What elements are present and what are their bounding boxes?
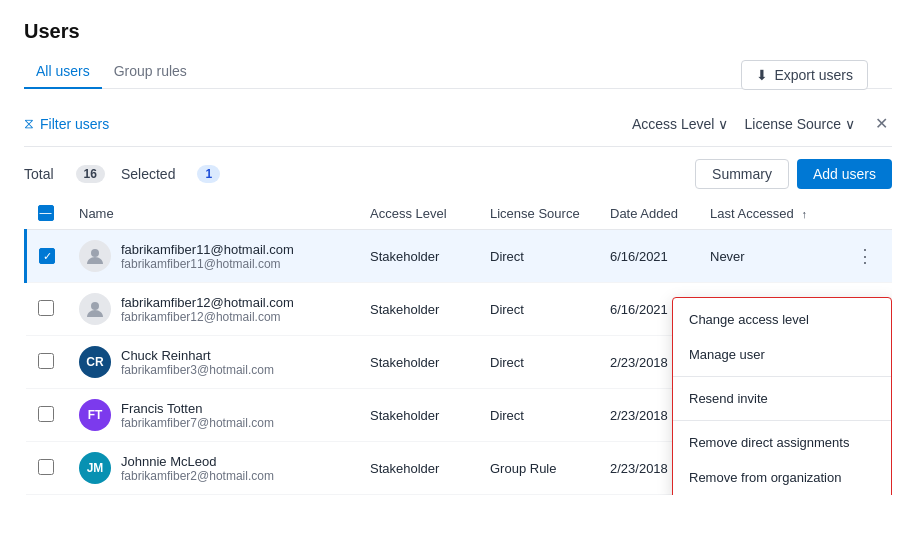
user-cell: fabrikamfiber11@hotmail.comfabrikamfiber… [79, 240, 346, 272]
user-cell: JMJohnnie McLeodfabrikamfiber2@hotmail.c… [79, 452, 346, 484]
context-menu-item-manage-user[interactable]: Manage user [673, 337, 891, 372]
summary-bar-actions: Summary Add users [695, 159, 892, 189]
more-actions-button[interactable]: ⋮ [850, 241, 880, 271]
context-menu-item-remove-direct[interactable]: Remove direct assignments [673, 425, 891, 460]
table-header-row: — Name Access Level License Source Date … [26, 197, 893, 230]
user-primary-name: Chuck Reinhart [121, 348, 274, 363]
user-secondary-name: fabrikamfiber3@hotmail.com [121, 363, 274, 377]
avatar: FT [79, 399, 111, 431]
date-added-column-header[interactable]: Date Added [598, 197, 698, 230]
svg-point-1 [91, 302, 99, 310]
action-column-header [838, 197, 892, 230]
svg-point-0 [91, 249, 99, 257]
filter-toolbar: ⧖ Filter users Access Level ∨ License So… [24, 101, 892, 147]
context-menu: Change access levelManage userResend inv… [672, 297, 892, 495]
last-accessed-column-header[interactable]: Last Accessed ↑ [698, 197, 838, 230]
row-checkbox[interactable] [38, 459, 54, 475]
avatar: CR [79, 346, 111, 378]
access-level-cell: Stakeholder [358, 442, 478, 495]
total-count-badge: 16 [76, 165, 105, 183]
total-label: Total [24, 166, 54, 182]
access-level-column-header[interactable]: Access Level [358, 197, 478, 230]
user-info: fabrikamfiber12@hotmail.comfabrikamfiber… [121, 295, 294, 324]
license-source-column-header[interactable]: License Source [478, 197, 598, 230]
tab-group-rules[interactable]: Group rules [102, 55, 199, 89]
user-secondary-name: fabrikamfiber11@hotmail.com [121, 257, 294, 271]
license-source-cell: Group Rule [478, 442, 598, 495]
avatar [79, 293, 111, 325]
sort-icon: ↑ [801, 208, 807, 220]
access-level-cell: Stakeholder [358, 336, 478, 389]
selected-count-badge: 1 [197, 165, 220, 183]
user-secondary-name: fabrikamfiber12@hotmail.com [121, 310, 294, 324]
row-checkbox[interactable]: ✓ [39, 248, 55, 264]
license-source-cell: Direct [478, 230, 598, 283]
page-title: Users [24, 20, 892, 43]
access-level-cell: Stakeholder [358, 230, 478, 283]
chevron-down-icon: ∨ [718, 116, 728, 132]
last-accessed-cell: Never [698, 230, 838, 283]
toolbar-right: Access Level ∨ License Source ∨ ✕ [632, 112, 892, 135]
filter-users-button[interactable]: ⧖ Filter users [24, 111, 109, 136]
name-column-header[interactable]: Name [67, 197, 358, 230]
user-primary-name: Francis Totten [121, 401, 274, 416]
row-checkbox[interactable] [38, 300, 54, 316]
clear-filters-button[interactable]: ✕ [871, 112, 892, 135]
date-added-cell: 6/16/2021 [598, 230, 698, 283]
context-menu-item-resend-invite[interactable]: Resend invite [673, 381, 891, 416]
row-checkbox[interactable] [38, 406, 54, 422]
summary-button[interactable]: Summary [695, 159, 789, 189]
avatar [79, 240, 111, 272]
select-all-header[interactable]: — [26, 197, 68, 230]
user-cell: CRChuck Reinhartfabrikamfiber3@hotmail.c… [79, 346, 346, 378]
avatar: JM [79, 452, 111, 484]
filter-icon: ⧖ [24, 115, 34, 132]
export-users-button[interactable]: ⬇ Export users [741, 60, 868, 90]
user-info: Johnnie McLeodfabrikamfiber2@hotmail.com [121, 454, 274, 483]
license-source-cell: Direct [478, 336, 598, 389]
user-primary-name: Johnnie McLeod [121, 454, 274, 469]
context-menu-item-remove-org[interactable]: Remove from organization [673, 460, 891, 495]
license-source-dropdown[interactable]: License Source ∨ [744, 116, 855, 132]
row-checkbox[interactable] [38, 353, 54, 369]
summary-bar: Total 16 Selected 1 Summary Add users [24, 147, 892, 197]
user-cell: fabrikamfiber12@hotmail.comfabrikamfiber… [79, 293, 346, 325]
license-source-cell: Direct [478, 283, 598, 336]
tab-all-users[interactable]: All users [24, 55, 102, 89]
access-level-cell: Stakeholder [358, 283, 478, 336]
context-menu-divider [673, 376, 891, 377]
user-secondary-name: fabrikamfiber7@hotmail.com [121, 416, 274, 430]
access-level-cell: Stakeholder [358, 389, 478, 442]
add-users-button[interactable]: Add users [797, 159, 892, 189]
user-cell: FTFrancis Tottenfabrikamfiber7@hotmail.c… [79, 399, 346, 431]
user-info: Chuck Reinhartfabrikamfiber3@hotmail.com [121, 348, 274, 377]
table-row: ✓fabrikamfiber11@hotmail.comfabrikamfibe… [26, 230, 893, 283]
context-menu-divider [673, 420, 891, 421]
access-level-dropdown[interactable]: Access Level ∨ [632, 116, 728, 132]
user-secondary-name: fabrikamfiber2@hotmail.com [121, 469, 274, 483]
select-all-checkbox[interactable]: — [38, 205, 54, 221]
chevron-down-icon: ∨ [845, 116, 855, 132]
user-primary-name: fabrikamfiber11@hotmail.com [121, 242, 294, 257]
users-table-wrapper: — Name Access Level License Source Date … [24, 197, 892, 495]
context-menu-item-change-access[interactable]: Change access level [673, 302, 891, 337]
user-info: Francis Tottenfabrikamfiber7@hotmail.com [121, 401, 274, 430]
user-info: fabrikamfiber11@hotmail.comfabrikamfiber… [121, 242, 294, 271]
download-icon: ⬇ [756, 67, 768, 83]
user-primary-name: fabrikamfiber12@hotmail.com [121, 295, 294, 310]
license-source-cell: Direct [478, 389, 598, 442]
selected-label: Selected [121, 166, 175, 182]
